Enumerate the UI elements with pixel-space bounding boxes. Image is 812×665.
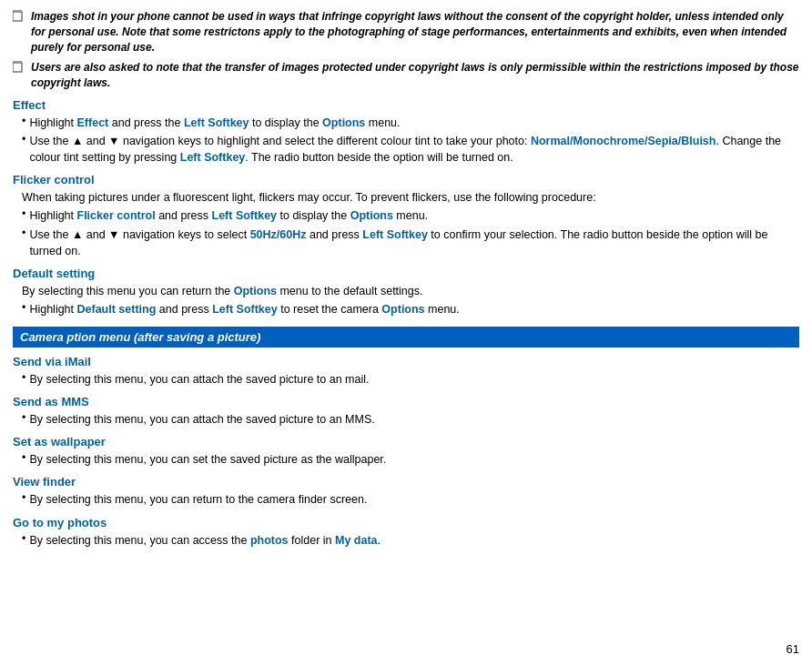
flicker-bullet-1-text: Highlight Flicker control and press Left… [29, 207, 428, 224]
send-via-imail-section: Send via iMail • By selecting this menu,… [13, 355, 799, 388]
page-number: 61 [787, 642, 799, 656]
notice-text-1: Images shot in your phone cannot be used… [31, 9, 799, 55]
view-finder-heading: View finder [13, 475, 799, 489]
default-setting-section: Default setting By selecting this menu y… [13, 267, 799, 317]
view-finder-text: By selecting this menu, you can return t… [29, 491, 367, 508]
notice-icon-1 [13, 10, 25, 23]
notice-block-1: Images shot in your phone cannot be used… [13, 9, 799, 55]
send-as-mms-heading: Send as MMS [13, 395, 799, 408]
effect-bullet-1: • Highlight Effect and press the Left So… [22, 115, 799, 131]
bullet-dot: • [22, 207, 25, 224]
bullet-dot: • [22, 451, 25, 468]
bullet-dot: • [22, 491, 25, 508]
set-as-wallpaper-heading: Set as wallpaper [13, 435, 799, 448]
set-as-wallpaper-text: By selecting this menu, you can set the … [29, 451, 386, 468]
default-setting-intro: By selecting this menu you can return th… [22, 283, 799, 299]
set-as-wallpaper-section: Set as wallpaper • By selecting this men… [13, 435, 799, 468]
svg-rect-0 [13, 12, 22, 21]
bullet-dot: • [22, 133, 25, 166]
flicker-control-heading: Flicker control [13, 173, 799, 186]
send-via-imail-text: By selecting this menu, you can attach t… [29, 371, 369, 388]
go-to-my-photos-section: Go to my photos • By selecting this menu… [13, 516, 799, 549]
effect-bullet-2: • Use the ▲ and ▼ navigation keys to hig… [22, 133, 799, 166]
flicker-bullet-2-text: Use the ▲ and ▼ navigation keys to selec… [29, 227, 799, 259]
bullet-dot: • [22, 532, 25, 549]
effect-bullet-1-text: Highlight Effect and press the Left Soft… [29, 115, 400, 131]
effect-bullet-2-text: Use the ▲ and ▼ navigation keys to highl… [29, 133, 799, 166]
send-as-mms-bullet: • By selecting this menu, you can attach… [22, 411, 799, 428]
send-via-imail-heading: Send via iMail [13, 355, 799, 368]
view-finder-section: View finder • By selecting this menu, yo… [13, 475, 799, 508]
notice-icon-2 [13, 61, 25, 74]
go-to-my-photos-bullet: • By selecting this menu, you can access… [22, 532, 799, 549]
flicker-control-intro: When taking pictures under a fluorescent… [22, 189, 799, 206]
default-setting-heading: Default setting [13, 267, 799, 280]
flicker-bullet-1: • Highlight Flicker control and press Le… [22, 207, 799, 224]
effect-heading: Effect [13, 98, 799, 112]
go-to-my-photos-text: By selecting this menu, you can access t… [29, 532, 381, 549]
flicker-control-section: Flicker control When taking pictures und… [13, 173, 799, 259]
go-to-my-photos-heading: Go to my photos [13, 516, 799, 529]
send-as-mms-section: Send as MMS • By selecting this menu, yo… [13, 395, 799, 428]
send-as-mms-text: By selecting this menu, you can attach t… [29, 411, 374, 428]
bullet-dot: • [22, 301, 25, 317]
notice-block-2: Users are also asked to note that the tr… [13, 60, 799, 91]
bullet-dot: • [22, 411, 25, 428]
default-bullet-1-text: Highlight Default setting and press Left… [29, 301, 459, 317]
bullet-dot: • [22, 115, 25, 131]
blue-bar: Camera ption menu (after saving a pictur… [13, 327, 799, 348]
bullet-dot: • [22, 371, 25, 388]
effect-section: Effect • Highlight Effect and press the … [13, 98, 799, 166]
set-as-wallpaper-bullet: • By selecting this menu, you can set th… [22, 451, 799, 468]
bullet-dot: • [22, 227, 25, 259]
notice-text-2: Users are also asked to note that the tr… [31, 60, 799, 91]
default-bullet-1: • Highlight Default setting and press Le… [22, 301, 799, 317]
view-finder-bullet: • By selecting this menu, you can return… [22, 491, 799, 508]
svg-rect-2 [13, 63, 22, 72]
send-via-imail-bullet: • By selecting this menu, you can attach… [22, 371, 799, 388]
flicker-bullet-2: • Use the ▲ and ▼ navigation keys to sel… [22, 227, 799, 259]
